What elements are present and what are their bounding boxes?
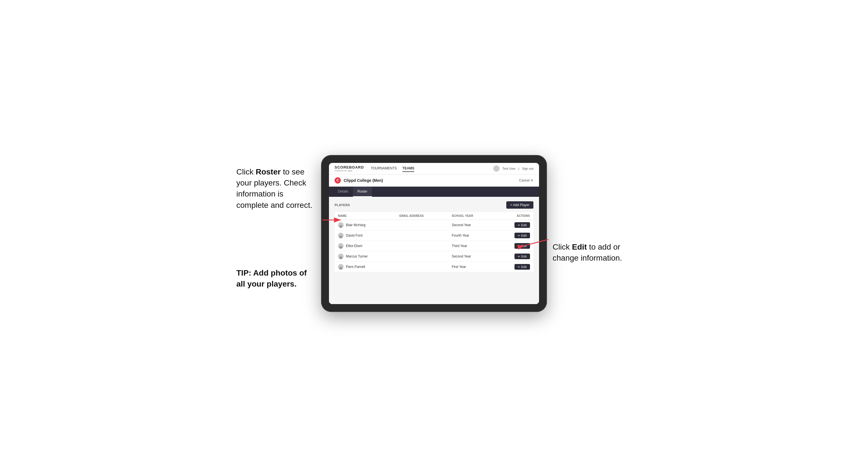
player-name-wrapper: Marcus Turner bbox=[338, 253, 393, 259]
player-avatar bbox=[338, 253, 344, 259]
pencil-icon: ✏ bbox=[518, 266, 520, 269]
team-logo-letter: C bbox=[337, 179, 339, 182]
tablet-frame: SCOREBOARD Powered by clippi TOURNAMENTS… bbox=[321, 155, 547, 312]
tab-roster[interactable]: Roster bbox=[353, 187, 372, 197]
player-email bbox=[396, 241, 448, 251]
nav-teams[interactable]: TEAMS bbox=[402, 165, 414, 172]
player-school-year: First Year bbox=[448, 262, 496, 272]
player-name-cell: Piers Parnell bbox=[335, 262, 396, 272]
col-school-year: SCHOOL YEAR bbox=[448, 212, 496, 220]
players-table: NAME EMAIL ADDRESS SCHOOL YEAR ACTIONS B… bbox=[335, 212, 533, 272]
table-row: Piers Parnell First Year ✏ Edit bbox=[335, 262, 533, 272]
annotation-right: Click Edit to add or change information. bbox=[553, 241, 632, 263]
player-name-wrapper: Blair McHarg bbox=[338, 222, 393, 228]
navbar-left: SCOREBOARD Powered by clippi TOURNAMENTS… bbox=[335, 165, 414, 172]
table-header-row: NAME EMAIL ADDRESS SCHOOL YEAR ACTIONS bbox=[335, 212, 533, 220]
brand-title: SCOREBOARD bbox=[335, 165, 364, 169]
player-actions-cell: ✏ Edit bbox=[496, 220, 533, 230]
player-name: Marcus Turner bbox=[346, 254, 368, 258]
navbar-right: Test User | Sign out bbox=[493, 165, 533, 172]
table-row: Marcus Turner Second Year ✏ Edit bbox=[335, 251, 533, 262]
player-name-wrapper: Piers Parnell bbox=[338, 264, 393, 270]
main-content: PLAYERS + Add Player NAME EMAIL ADDRESS … bbox=[329, 197, 539, 304]
annotation-right-text: Click Edit to add or change information. bbox=[553, 243, 622, 262]
player-avatar bbox=[338, 232, 344, 238]
tab-bar: Details Roster bbox=[329, 187, 539, 197]
brand: SCOREBOARD Powered by clippi bbox=[335, 165, 364, 172]
player-name: Piers Parnell bbox=[346, 265, 365, 269]
player-email bbox=[396, 251, 448, 262]
player-name: David Ford bbox=[346, 234, 363, 238]
edit-arrow bbox=[520, 237, 548, 249]
pencil-icon: ✏ bbox=[518, 255, 520, 258]
player-avatar bbox=[338, 243, 344, 249]
col-email: EMAIL ADDRESS bbox=[396, 212, 448, 220]
col-actions: ACTIONS bbox=[496, 212, 533, 220]
player-email bbox=[396, 220, 448, 230]
nav-links: TOURNAMENTS TEAMS bbox=[371, 165, 414, 172]
table-row: David Ford Fourth Year ✏ Edit bbox=[335, 230, 533, 241]
svg-line-3 bbox=[524, 240, 548, 246]
user-name: Test User bbox=[502, 167, 515, 170]
navbar-separator: | bbox=[519, 167, 519, 170]
table-row: Elliot Ebert Third Year ✏ Edit bbox=[335, 241, 533, 251]
player-school-year: Second Year bbox=[448, 220, 496, 230]
players-header: PLAYERS + Add Player bbox=[335, 201, 533, 209]
team-name: Clippd College (Men) bbox=[344, 178, 383, 183]
annotation-roster-bold: Roster bbox=[255, 167, 281, 176]
team-header: C Clippd College (Men) Cancel ✕ bbox=[329, 175, 539, 187]
player-name-wrapper: Elliot Ebert bbox=[338, 243, 393, 249]
nav-tournaments[interactable]: TOURNAMENTS bbox=[371, 165, 397, 172]
player-avatar bbox=[338, 264, 344, 270]
player-school-year: Fourth Year bbox=[448, 230, 496, 241]
edit-button-3[interactable]: ✏ Edit bbox=[515, 253, 530, 259]
player-actions-cell: ✏ Edit bbox=[496, 262, 533, 272]
annotation-left: Click Roster to see your players. Check … bbox=[236, 166, 315, 211]
player-name-wrapper: David Ford bbox=[338, 232, 393, 238]
player-name-cell: David Ford bbox=[335, 230, 396, 241]
edit-label: Edit bbox=[521, 223, 527, 227]
team-header-left: C Clippd College (Men) bbox=[335, 177, 383, 184]
player-school-year: Second Year bbox=[448, 251, 496, 262]
edit-label: Edit bbox=[521, 255, 527, 258]
annotation-edit-bold: Edit bbox=[572, 243, 587, 251]
brand-subtitle: Powered by clippi bbox=[335, 169, 364, 172]
player-email bbox=[396, 230, 448, 241]
player-name-cell: Elliot Ebert bbox=[335, 241, 396, 251]
player-name: Blair McHarg bbox=[346, 223, 365, 227]
annotation-tip-text: TIP: Add photos of all your players. bbox=[236, 269, 307, 288]
tab-roster-label: Roster bbox=[358, 189, 367, 193]
tablet-screen: SCOREBOARD Powered by clippi TOURNAMENTS… bbox=[329, 163, 539, 304]
cancel-button[interactable]: Cancel ✕ bbox=[519, 179, 533, 182]
user-avatar-icon bbox=[493, 165, 499, 172]
edit-button-0[interactable]: ✏ Edit bbox=[515, 222, 530, 228]
player-school-year: Third Year bbox=[448, 241, 496, 251]
tab-details[interactable]: Details bbox=[334, 187, 353, 197]
player-actions-cell: ✏ Edit bbox=[496, 251, 533, 262]
sign-out-link[interactable]: Sign out bbox=[522, 167, 533, 170]
app-navbar: SCOREBOARD Powered by clippi TOURNAMENTS… bbox=[329, 163, 539, 175]
pencil-icon: ✏ bbox=[518, 245, 520, 248]
player-name-cell: Marcus Turner bbox=[335, 251, 396, 262]
roster-arrow bbox=[322, 216, 345, 225]
add-player-button[interactable]: + Add Player bbox=[506, 201, 533, 209]
tab-details-label: Details bbox=[338, 189, 348, 193]
table-row: Blair McHarg Second Year ✏ Edit bbox=[335, 220, 533, 230]
team-logo: C bbox=[335, 177, 341, 184]
annotation-tip: TIP: Add photos of all your players. bbox=[236, 268, 315, 289]
pencil-icon: ✏ bbox=[518, 224, 520, 227]
player-email bbox=[396, 262, 448, 272]
edit-label: Edit bbox=[521, 265, 527, 269]
annotation-left-text: Click Roster to see your players. Check … bbox=[236, 167, 312, 210]
edit-button-4[interactable]: ✏ Edit bbox=[515, 264, 530, 270]
players-section-title: PLAYERS bbox=[335, 203, 350, 207]
pencil-icon: ✏ bbox=[518, 234, 520, 237]
player-name: Elliot Ebert bbox=[346, 244, 362, 248]
